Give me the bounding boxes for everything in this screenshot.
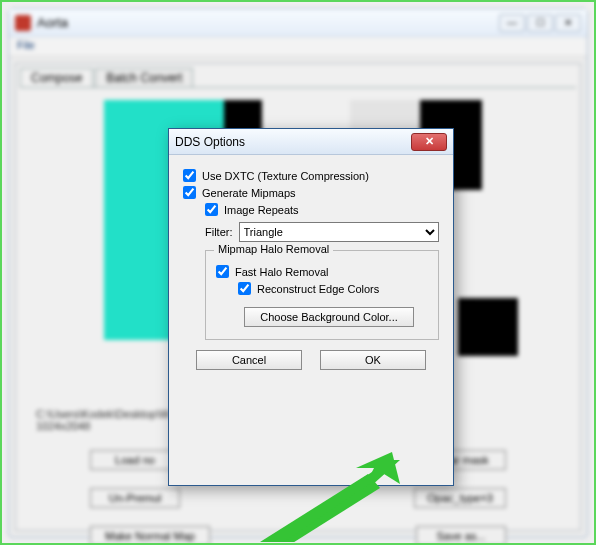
un-premul-button[interactable]: Un-Premul [90,488,180,508]
close-icon: ✕ [425,135,434,148]
mipmap-halo-removal-group: Mipmap Halo Removal Fast Halo Removal Re… [205,250,439,340]
load-button[interactable]: Load no [90,450,180,470]
choose-background-color-button[interactable]: Choose Background Color... [244,307,414,327]
tab-batch-convert[interactable]: Batch Convert [95,68,193,87]
save-as-button[interactable]: Save as... [416,526,506,545]
menu-file[interactable]: File [17,39,35,51]
dialog-title: DDS Options [175,135,245,149]
filter-label: Filter: [205,226,233,238]
dialog-titlebar: DDS Options ✕ [169,129,453,155]
use-dxtc-checkbox[interactable]: Use DXTC (Texture Compression) [183,169,439,182]
minimize-button[interactable]: ― [499,14,525,32]
use-dxtc-input[interactable] [183,169,196,182]
reconstruct-edge-colors-input[interactable] [238,282,251,295]
tab-compose[interactable]: Compose [20,68,93,87]
cancel-button[interactable]: Cancel [196,350,302,370]
opac-type-button[interactable]: Opac_type=3 [414,488,506,508]
image-repeats-checkbox[interactable]: Image Repeats [205,203,439,216]
image-repeats-label: Image Repeats [224,204,299,216]
generate-mipmaps-label: Generate Mipmaps [202,187,296,199]
group-legend: Mipmap Halo Removal [214,243,333,255]
use-dxtc-label: Use DXTC (Texture Compression) [202,170,369,182]
image-repeats-input[interactable] [205,203,218,216]
maximize-button[interactable]: ☐ [527,14,553,32]
make-normal-map-button[interactable]: Make Normal Map [90,526,210,545]
close-button[interactable]: ✕ [555,14,581,32]
dialog-close-button[interactable]: ✕ [411,133,447,151]
filter-select[interactable]: Triangle [239,222,440,242]
reconstruct-edge-colors-checkbox[interactable]: Reconstruct Edge Colors [238,282,428,295]
generate-mipmaps-checkbox[interactable]: Generate Mipmaps [183,186,439,199]
reconstruct-edge-colors-label: Reconstruct Edge Colors [257,283,379,295]
fast-halo-removal-checkbox[interactable]: Fast Halo Removal [216,265,428,278]
generate-mipmaps-input[interactable] [183,186,196,199]
titlebar: Aorta ― ☐ ✕ [9,9,587,37]
window-title: Aorta [37,15,68,30]
menu-bar: File [9,37,587,57]
fast-halo-removal-input[interactable] [216,265,229,278]
fast-halo-removal-label: Fast Halo Removal [235,266,329,278]
preview-right-black-bottom [458,298,518,356]
dds-options-dialog: DDS Options ✕ Use DXTC (Texture Compress… [168,128,454,486]
filter-row: Filter: Triangle [205,222,439,242]
app-icon [15,15,31,31]
file-path-label: C:\Users\Kodek\Desktop\W 1024x2048 [36,408,170,432]
ok-button[interactable]: OK [320,350,426,370]
